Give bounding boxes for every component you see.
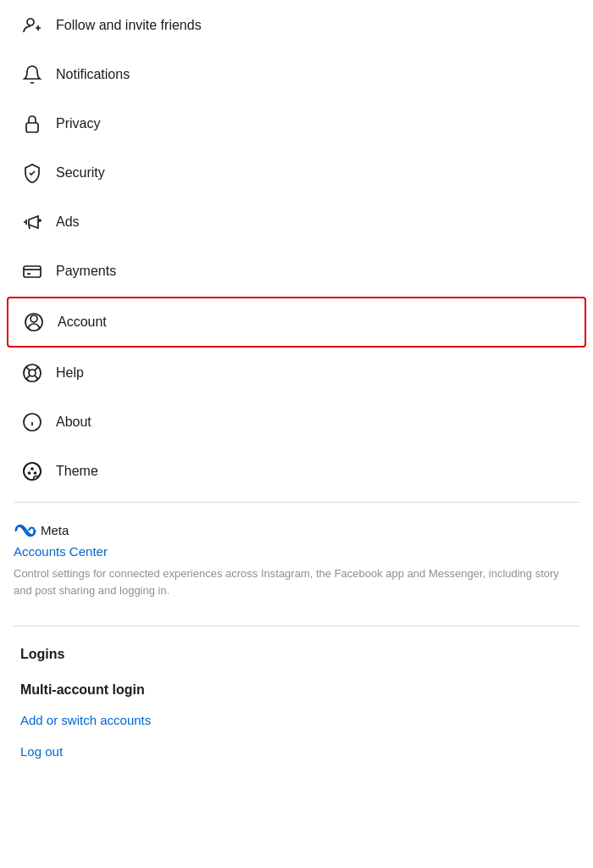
privacy-label: Privacy xyxy=(56,116,100,131)
logins-section: Logins Multi-account login Add or switch… xyxy=(0,633,593,767)
sidebar-item-theme[interactable]: Theme xyxy=(7,448,586,495)
sidebar-item-help[interactable]: Help xyxy=(7,349,586,397)
sidebar-item-about[interactable]: About xyxy=(7,398,586,446)
svg-line-13 xyxy=(26,376,30,379)
palette-icon xyxy=(20,459,44,483)
person-icon xyxy=(22,310,46,334)
help-label: Help xyxy=(56,365,84,381)
meta-section: Meta Accounts Center Control settings fo… xyxy=(0,509,593,619)
svg-point-19 xyxy=(31,468,33,470)
payments-label: Payments xyxy=(56,264,116,279)
svg-line-11 xyxy=(35,376,38,379)
info-icon xyxy=(20,410,44,434)
security-label: Security xyxy=(56,165,105,181)
bell-icon xyxy=(20,63,44,86)
follow-label: Follow and invite friends xyxy=(56,18,202,33)
logins-title: Logins xyxy=(0,633,593,669)
svg-line-10 xyxy=(26,367,30,370)
meta-logo: Meta xyxy=(14,523,579,537)
accounts-center-description: Control settings for connected experienc… xyxy=(14,565,579,598)
shield-icon xyxy=(20,161,44,185)
multi-account-title: Multi-account login xyxy=(0,669,593,704)
card-icon xyxy=(20,259,44,283)
meta-logo-icon xyxy=(14,524,37,537)
svg-rect-3 xyxy=(24,266,41,277)
divider-meta xyxy=(14,502,579,503)
add-switch-accounts-link[interactable]: Add or switch accounts xyxy=(0,704,593,736)
theme-label: Theme xyxy=(56,464,98,479)
megaphone-icon xyxy=(20,210,44,234)
sidebar-item-security[interactable]: Security xyxy=(7,149,586,197)
about-label: About xyxy=(56,415,91,430)
ads-label: Ads xyxy=(56,214,80,230)
sidebar-item-notifications[interactable]: Notifications xyxy=(7,51,586,98)
meta-text: Meta xyxy=(41,523,69,537)
sidebar-item-account[interactable]: Account xyxy=(7,297,586,348)
follow-icon xyxy=(20,14,44,37)
account-label: Account xyxy=(58,314,107,330)
sidebar-item-follow[interactable]: Follow and invite friends xyxy=(7,2,586,49)
sidebar-item-privacy[interactable]: Privacy xyxy=(7,100,586,147)
svg-line-12 xyxy=(35,367,38,370)
svg-point-6 xyxy=(30,315,37,322)
svg-point-2 xyxy=(39,220,41,221)
lifebuoy-icon xyxy=(20,361,44,385)
sidebar-item-payments[interactable]: Payments xyxy=(7,248,586,295)
accounts-center-link[interactable]: Accounts Center xyxy=(14,544,579,559)
settings-menu: Follow and invite friends Notifications … xyxy=(0,2,593,495)
divider-logins xyxy=(14,626,579,626)
svg-point-18 xyxy=(29,472,30,474)
svg-rect-1 xyxy=(26,123,38,132)
notifications-label: Notifications xyxy=(56,67,130,82)
logout-link[interactable]: Log out xyxy=(0,736,593,767)
sidebar-item-ads[interactable]: Ads xyxy=(7,198,586,246)
svg-point-9 xyxy=(29,370,36,376)
svg-point-20 xyxy=(35,472,36,474)
lock-icon xyxy=(20,112,44,136)
svg-point-0 xyxy=(27,19,34,25)
